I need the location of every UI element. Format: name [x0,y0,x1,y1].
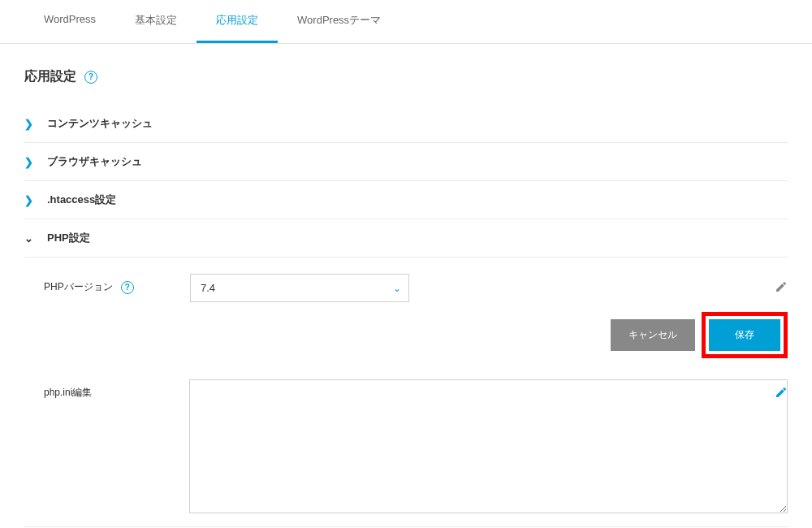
pencil-icon [775,386,788,399]
php-version-label: PHPバージョン [44,280,113,294]
save-button[interactable]: 保存 [709,319,780,351]
cancel-button[interactable]: キャンセル [611,319,695,351]
accordion-label-php: PHP設定 [47,231,90,245]
divider [24,526,788,527]
page-title-row: 応用設定 ? [24,68,788,85]
php-ini-label: php.ini編集 [44,386,92,400]
accordion-content-cache[interactable]: ❯ コンテンツキャッシュ [24,105,788,143]
chevron-right-icon: ❯ [24,119,32,128]
php-version-buttons: キャンセル 保存 [44,312,788,358]
highlight-annotation: 保存 [702,312,788,358]
tab-wordpress[interactable]: WordPress [24,0,115,43]
chevron-down-icon: ⌄ [24,234,32,242]
help-icon[interactable]: ? [84,71,97,84]
accordion-label-browser-cache: ブラウザキャッシュ [47,154,142,169]
php-version-row: PHPバージョン ? 7.4 ⌄ [44,274,788,302]
accordion-htaccess[interactable]: ❯ .htaccess設定 [24,181,788,219]
accordion-label-content-cache: コンテンツキャッシュ [47,116,153,131]
tab-wordpress-theme[interactable]: WordPressテーマ [278,0,400,43]
php-version-select-wrap: 7.4 ⌄ [190,274,409,302]
accordion-php[interactable]: ⌄ PHP設定 [24,219,788,258]
php-version-label-wrap: PHPバージョン ? [44,274,174,294]
pencil-icon [775,280,788,293]
php-version-select[interactable]: 7.4 [190,274,409,302]
tab-basic-settings[interactable]: 基本設定 [115,0,197,43]
php-ini-textarea[interactable] [189,379,788,513]
page-title: 応用設定 [24,68,76,85]
tab-advanced-settings[interactable]: 応用設定 [197,0,278,43]
content-area: 応用設定 ? ❯ コンテンツキャッシュ ❯ ブラウザキャッシュ ❯ .htacc… [0,44,812,528]
accordion-label-htaccess: .htaccess設定 [47,193,116,207]
edit-php-version[interactable] [775,280,788,296]
php-ini-label-wrap: php.ini編集 [44,379,173,400]
php-ini-row: php.ini編集 [44,379,788,513]
help-icon[interactable]: ? [121,281,134,294]
edit-php-ini[interactable] [775,386,788,401]
php-panel: PHPバージョン ? 7.4 ⌄ キャンセル 保存 php.ini編集 [24,258,788,528]
chevron-right-icon: ❯ [24,158,32,166]
accordion-browser-cache[interactable]: ❯ ブラウザキャッシュ [24,143,788,181]
chevron-right-icon: ❯ [24,196,32,204]
tab-bar: WordPress 基本設定 応用設定 WordPressテーマ [0,0,812,44]
